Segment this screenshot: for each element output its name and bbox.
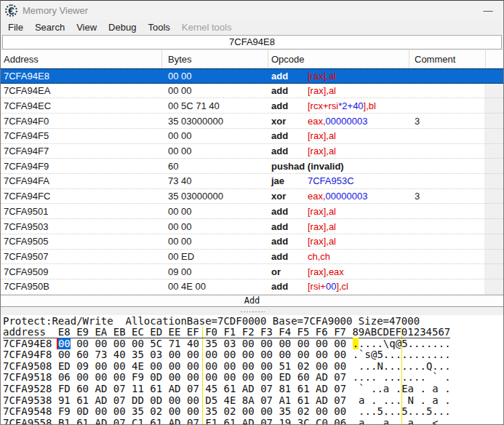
ascii-char[interactable]: . bbox=[389, 405, 395, 417]
disasm-row[interactable]: 7CFA950909 00or[rax],eax bbox=[1, 264, 503, 279]
ascii-char[interactable]: . bbox=[439, 405, 444, 417]
hex-byte[interactable]: 07 bbox=[187, 383, 199, 394]
ascii-char[interactable]: a bbox=[383, 417, 389, 425]
ascii-char[interactable]: . bbox=[389, 349, 395, 360]
hex-byte[interactable]: ED bbox=[58, 360, 71, 372]
hex-byte[interactable]: 00 bbox=[334, 360, 346, 372]
hex-byte[interactable]: 00 bbox=[95, 338, 107, 349]
ascii-char[interactable]: . bbox=[439, 360, 444, 372]
hex-byte[interactable]: D5 bbox=[205, 394, 217, 406]
hex-byte[interactable]: 00 bbox=[224, 371, 236, 383]
hex-byte[interactable]: 00 bbox=[187, 405, 199, 417]
hex-byte[interactable]: 00 bbox=[169, 394, 181, 406]
ascii-char[interactable]: . bbox=[439, 349, 444, 360]
ascii-char[interactable]: N bbox=[408, 394, 414, 406]
ascii-char[interactable]: . bbox=[396, 405, 401, 417]
hex-byte[interactable]: 03 bbox=[150, 349, 162, 360]
hex-byte[interactable]: 61 bbox=[224, 383, 236, 394]
ascii-char[interactable]: . bbox=[444, 394, 450, 406]
hex-byte[interactable]: 07 bbox=[113, 383, 126, 394]
hex-byte[interactable]: 00 bbox=[58, 338, 71, 349]
add-button-bar[interactable]: Add bbox=[1, 295, 503, 307]
ascii-char[interactable]: . bbox=[359, 405, 364, 417]
ascii-char[interactable]: E bbox=[401, 383, 407, 394]
hex-byte[interactable]: 00 bbox=[242, 349, 255, 360]
hex-byte[interactable]: 35 bbox=[279, 405, 291, 417]
ascii-char[interactable]: . bbox=[396, 371, 401, 383]
ascii-char[interactable]: . bbox=[377, 383, 383, 394]
hex-byte[interactable]: 00 bbox=[113, 338, 126, 349]
hex-byte[interactable]: 91 bbox=[58, 394, 71, 406]
hex-byte[interactable]: 00 bbox=[316, 360, 328, 372]
hex-row[interactable]: 7CFA9528 FD 60 AD 07 11 61 AD 07 45 61 A… bbox=[3, 384, 503, 395]
hex-byte[interactable]: 0D bbox=[150, 371, 162, 383]
ascii-char[interactable] bbox=[389, 383, 395, 394]
ascii-char[interactable]: . bbox=[359, 338, 364, 349]
hex-byte[interactable]: 09 bbox=[76, 360, 89, 372]
ascii-char[interactable]: . bbox=[401, 360, 407, 372]
hex-row[interactable]: 7CFA9538 91 61 AD 07 DD 0D 00 00 D5 4E 8… bbox=[3, 395, 503, 407]
ascii-char[interactable]: a bbox=[432, 383, 438, 394]
ascii-char[interactable]: . bbox=[420, 417, 425, 425]
ascii-char[interactable]: . bbox=[408, 371, 414, 383]
hex-byte[interactable]: 00 bbox=[76, 338, 89, 349]
ascii-char[interactable]: . bbox=[444, 405, 450, 417]
hex-row[interactable]: 7CFA9558 B1 61 AD 07 C1 61 AD 07 F1 61 A… bbox=[3, 418, 503, 425]
hex-byte[interactable]: 00 bbox=[260, 338, 273, 349]
hex-byte[interactable]: 07 bbox=[334, 383, 346, 394]
hex-byte[interactable]: 00 bbox=[260, 405, 273, 417]
hex-byte[interactable]: 60 bbox=[297, 371, 310, 383]
hex-byte[interactable]: 07 bbox=[187, 417, 199, 425]
hex-byte[interactable]: FD bbox=[58, 383, 71, 394]
ascii-char[interactable] bbox=[377, 417, 383, 425]
ascii-char[interactable]: . bbox=[401, 349, 407, 360]
hex-byte[interactable]: 00 bbox=[150, 360, 162, 372]
hex-byte[interactable]: 06 bbox=[334, 417, 346, 425]
ascii-char[interactable]: . bbox=[420, 338, 425, 349]
hex-byte[interactable]: 00 bbox=[187, 371, 199, 383]
ascii-char[interactable]: . bbox=[359, 360, 364, 372]
ascii-char[interactable] bbox=[439, 417, 444, 425]
hex-byte[interactable]: AD bbox=[169, 383, 181, 394]
ascii-char[interactable]: ` bbox=[359, 349, 364, 360]
ascii-char[interactable]: . bbox=[383, 360, 389, 372]
ascii-char[interactable] bbox=[353, 394, 359, 406]
ascii-char[interactable]: @ bbox=[396, 338, 401, 349]
menu-item-search[interactable]: Search bbox=[29, 20, 71, 34]
menu-item-debug[interactable]: Debug bbox=[103, 20, 142, 34]
hex-byte[interactable]: A1 bbox=[279, 394, 291, 406]
hex-byte[interactable]: 61 bbox=[150, 383, 162, 394]
ascii-char[interactable]: . bbox=[383, 394, 389, 406]
ascii-char[interactable]: a bbox=[432, 394, 438, 406]
ascii-char[interactable]: 5 bbox=[401, 405, 407, 417]
hex-byte[interactable]: 5C bbox=[150, 338, 162, 349]
hex-byte[interactable]: AD bbox=[316, 371, 328, 383]
column-header-opcode[interactable]: Opcode bbox=[268, 50, 409, 68]
disasm-row[interactable]: 7CFA94F035 03000000xoreax,000000033 bbox=[1, 114, 503, 129]
hex-byte[interactable]: 02 bbox=[297, 360, 310, 372]
hex-byte[interactable]: 00 bbox=[242, 371, 255, 383]
hex-byte[interactable]: 00 bbox=[169, 405, 181, 417]
hex-byte[interactable]: 02 bbox=[224, 405, 236, 417]
hex-byte[interactable]: 02 bbox=[150, 405, 162, 417]
hex-byte[interactable]: 00 bbox=[260, 360, 273, 372]
ascii-char[interactable]: N bbox=[377, 360, 383, 372]
hex-byte[interactable]: 3C bbox=[297, 417, 310, 425]
ascii-char[interactable]: . bbox=[383, 349, 389, 360]
ascii-char[interactable] bbox=[401, 394, 407, 406]
ascii-char[interactable]: . bbox=[420, 394, 425, 406]
hex-byte[interactable]: 0D bbox=[150, 394, 162, 406]
ascii-char[interactable] bbox=[377, 371, 383, 383]
ascii-char[interactable]: . bbox=[444, 349, 450, 360]
ascii-char[interactable]: . bbox=[420, 349, 425, 360]
hex-byte[interactable]: 61 bbox=[76, 394, 89, 406]
hex-byte[interactable]: 00 bbox=[242, 360, 255, 372]
hex-byte[interactable]: 00 bbox=[169, 360, 181, 372]
hex-byte[interactable]: 07 bbox=[113, 394, 126, 406]
hex-byte[interactable]: 40 bbox=[187, 338, 199, 349]
hex-byte[interactable]: 00 bbox=[113, 405, 126, 417]
hex-byte[interactable]: F9 bbox=[58, 405, 71, 417]
ascii-char[interactable]: . bbox=[408, 360, 414, 372]
ascii-char[interactable]: . bbox=[408, 405, 414, 417]
ascii-char[interactable]: . bbox=[432, 360, 438, 372]
